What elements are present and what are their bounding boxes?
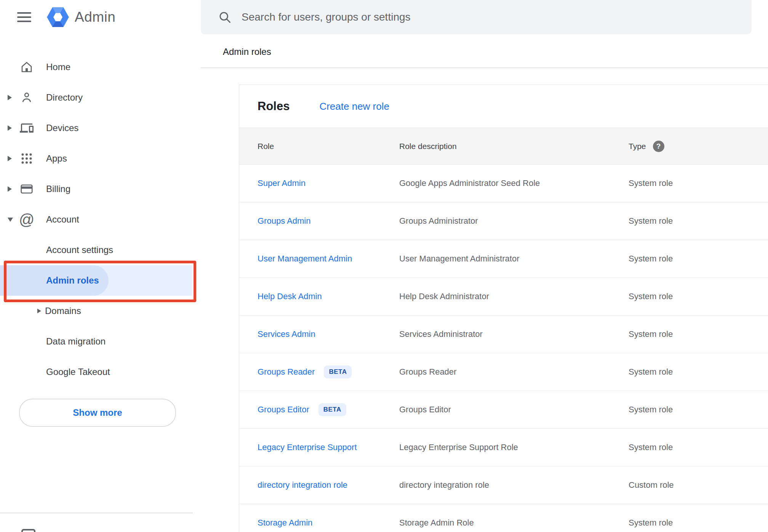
sidebar-item-devices[interactable]: Devices [0,113,201,143]
sidebar-item-label: Directory [46,92,83,103]
beta-badge: BETA [318,403,346,416]
app-logo: Admin [46,6,115,29]
table-row: Storage Admin Storage Admin Role System … [239,504,768,532]
role-link[interactable]: Help Desk Admin [258,292,322,301]
role-description: Google Apps Administrator Seed Role [399,178,629,188]
role-link[interactable]: User Management Admin [258,254,352,264]
column-header-role-description: Role description [399,142,629,151]
role-type: System role [629,405,768,415]
sidebar-item-google-takeout[interactable]: Google Takeout [0,357,201,387]
role-type: System role [629,178,768,188]
role-link[interactable]: Groups Admin [258,216,310,226]
role-description: Storage Admin Role [399,518,629,528]
home-icon [20,60,34,74]
sidebar-item-admin-roles[interactable]: Admin roles [0,265,201,296]
table-row: directory integration role directory int… [239,466,768,504]
table-row: Groups Editor BETA Groups Editor System … [239,391,768,429]
role-type: System role [629,216,768,226]
column-header-role: Role [258,142,399,151]
search-input[interactable] [241,11,740,24]
expand-right-icon [37,309,41,313]
billing-icon [20,182,34,196]
search-bar [201,0,752,34]
table-row: Help Desk Admin Help Desk Administrator … [239,278,768,316]
role-type: System role [629,329,768,339]
sidebar-item-label: Account settings [46,245,113,255]
role-link[interactable]: Legacy Enterprise Support [258,442,357,452]
roles-card: Roles Create new role Role Role descript… [239,85,768,532]
sidebar-item-label: Admin roles [46,275,99,286]
column-header-type-label: Type [629,142,646,151]
role-description: Services Administrator [399,329,629,339]
sidebar-item-account-settings[interactable]: Account settings [0,235,201,265]
sidebar-item-billing[interactable]: Billing [0,174,201,204]
role-type: System role [629,367,768,377]
role-link[interactable]: Super Admin [258,178,306,188]
column-header-type: Type ? [629,141,768,152]
sidebar-topbar: Admin [0,0,201,34]
beta-badge: BETA [324,365,352,378]
role-link[interactable]: Groups Editor [258,405,309,415]
sidebar-item-data-migration[interactable]: Data migration [0,326,201,357]
help-icon[interactable]: ? [653,141,664,152]
table-row: Services Admin Services Administrator Sy… [239,316,768,353]
sidebar-bottom-divider [0,513,193,513]
roles-card-header: Roles Create new role [239,85,768,128]
sidebar-item-label: Billing [46,184,70,194]
table-row: Super Admin Google Apps Administrator Se… [239,165,768,202]
sidebar-item-label: Apps [46,153,67,164]
partially-visible-icon [21,529,35,532]
expand-right-icon [8,156,12,161]
devices-icon [20,121,34,135]
directory-icon [20,91,34,104]
role-description: Groups Editor [399,405,629,415]
sidebar-item-label: Account [46,214,79,225]
sidebar-item-label: Google Takeout [46,367,110,377]
sidebar: Admin Home Directory [0,0,201,532]
search-icon [218,10,232,24]
sidebar-nav: Home Directory Devices [0,52,201,427]
admin-logo-icon [46,6,69,29]
table-row: Groups Reader BETA Groups Reader System … [239,353,768,391]
sidebar-item-label: Devices [46,123,78,133]
sidebar-item-account[interactable]: @ Account [0,204,201,235]
role-type: System role [629,292,768,301]
sidebar-item-directory[interactable]: Directory [0,82,201,113]
show-more-label: Show more [73,407,122,418]
role-type: System role [629,254,768,264]
role-description: User Management Administrator [399,254,629,264]
apps-icon [20,152,34,165]
role-description: Groups Administrator [399,216,629,226]
table-row: Legacy Enterprise Support Legacy Enterpr… [239,429,768,466]
role-link[interactable]: Storage Admin [258,518,312,528]
role-type: System role [629,518,768,528]
sidebar-item-label: Data migration [46,336,106,347]
collapse-down-icon [8,218,13,222]
table-header-row: Role Role description Type ? [239,128,768,165]
table-row: User Management Admin User Management Ad… [239,240,768,278]
hamburger-menu-icon[interactable] [17,10,31,25]
role-link[interactable]: Groups Reader [258,367,315,377]
sidebar-item-apps[interactable]: Apps [0,143,201,174]
show-more-button[interactable]: Show more [19,399,176,427]
expand-right-icon [8,186,12,192]
sidebar-item-label: Domains [45,306,81,316]
sidebar-item-label: Home [46,62,70,72]
role-link[interactable]: directory integration role [258,480,347,490]
table-row: Groups Admin Groups Administrator System… [239,202,768,240]
page-title: Roles [258,99,290,113]
header-divider [201,67,768,68]
sidebar-item-domains[interactable]: Domains [0,296,201,326]
create-new-role-link[interactable]: Create new role [319,101,389,112]
account-icon: @ [20,213,34,226]
role-description: Legacy Enterprise Support Role [399,442,629,452]
role-description: directory integration role [399,480,629,490]
app-title: Admin [75,9,115,25]
role-type: System role [629,442,768,452]
role-description: Groups Reader [399,367,629,377]
sidebar-item-home[interactable]: Home [0,52,201,82]
role-type: Custom role [629,480,768,490]
role-description: Help Desk Administrator [399,292,629,301]
role-link[interactable]: Services Admin [258,329,315,339]
breadcrumb: Admin roles [223,46,271,57]
